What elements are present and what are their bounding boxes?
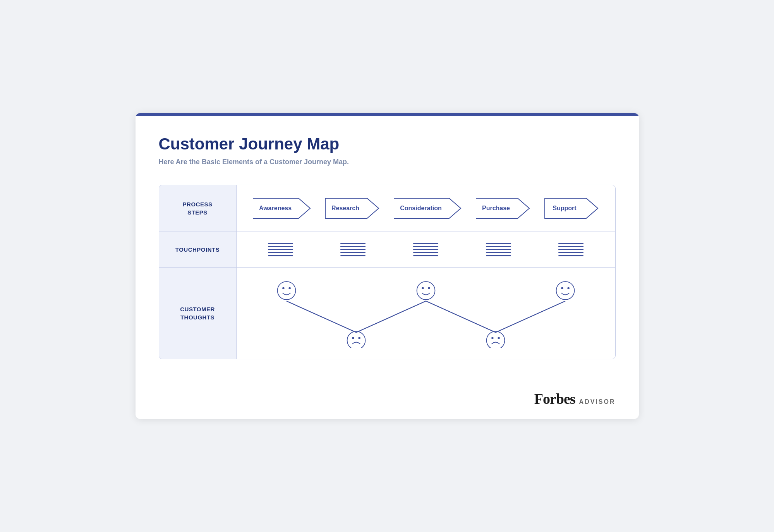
svg-point-11 xyxy=(282,287,284,289)
line xyxy=(413,246,438,247)
svg-point-19 xyxy=(486,331,505,348)
line xyxy=(413,255,438,256)
process-steps-label: PROCESSSTEPS xyxy=(159,185,237,232)
step-awareness: Awareness xyxy=(253,197,311,219)
line xyxy=(486,255,511,256)
page-subtitle: Here Are the Basic Elements of a Custome… xyxy=(159,158,616,166)
line xyxy=(340,255,366,256)
smiley-purchase xyxy=(486,331,505,348)
line xyxy=(268,246,293,247)
step-purchase: Purchase xyxy=(476,197,530,219)
step-research: Research xyxy=(325,197,379,219)
consideration-arrow-svg: Consideration xyxy=(394,197,462,219)
journey-table: PROCESSSTEPS Awareness Resea xyxy=(159,185,616,359)
thoughts-chart xyxy=(244,278,608,348)
top-bar xyxy=(136,113,639,116)
line xyxy=(558,243,584,244)
line xyxy=(268,252,293,253)
process-steps-label-text: PROCESSSTEPS xyxy=(183,200,213,216)
svg-point-15 xyxy=(358,337,360,339)
touchpoint-1 xyxy=(268,243,293,256)
line xyxy=(340,252,366,253)
forbes-brand: Forbes xyxy=(534,390,575,407)
svg-text:Support: Support xyxy=(553,205,577,211)
svg-point-10 xyxy=(277,281,295,300)
line xyxy=(340,243,366,244)
line xyxy=(413,249,438,250)
main-card: Customer Journey Map Here Are the Basic … xyxy=(136,113,639,419)
svg-text:Purchase: Purchase xyxy=(482,205,510,211)
touchpoints-label-text: TOUCHPOINTS xyxy=(175,245,220,254)
forbes-footer: Forbes ADVISOR xyxy=(136,383,639,419)
support-arrow-svg: Support xyxy=(544,197,599,219)
line xyxy=(486,249,511,250)
line xyxy=(558,252,584,253)
step-support: Support xyxy=(544,197,599,219)
touchpoints-content xyxy=(237,232,615,267)
svg-point-20 xyxy=(491,337,493,339)
svg-text:Awareness: Awareness xyxy=(259,205,292,211)
line xyxy=(486,243,511,244)
svg-point-13 xyxy=(347,331,365,348)
line xyxy=(268,249,293,250)
line xyxy=(268,255,293,256)
svg-point-12 xyxy=(288,287,290,289)
svg-point-14 xyxy=(352,337,354,339)
forbes-advisor: ADVISOR xyxy=(579,398,616,405)
line xyxy=(558,246,584,247)
customer-thoughts-content xyxy=(237,268,615,359)
customer-thoughts-row: CUSTOMERTHOUGHTS xyxy=(159,268,615,359)
research-arrow-svg: Research xyxy=(325,197,379,219)
line xyxy=(340,249,366,250)
card-content: Customer Journey Map Here Are the Basic … xyxy=(136,116,639,383)
touchpoint-5 xyxy=(558,243,584,256)
smiley-research xyxy=(347,331,365,348)
svg-point-18 xyxy=(428,287,430,289)
customer-thoughts-label-text: CUSTOMERTHOUGHTS xyxy=(180,305,215,321)
svg-point-24 xyxy=(567,287,569,289)
smiley-support xyxy=(556,281,574,300)
awareness-arrow-svg: Awareness xyxy=(253,197,311,219)
line xyxy=(340,246,366,247)
line xyxy=(558,249,584,250)
svg-text:Consideration: Consideration xyxy=(400,205,442,211)
svg-point-17 xyxy=(422,287,424,289)
line xyxy=(413,243,438,244)
line xyxy=(268,243,293,244)
svg-point-21 xyxy=(498,337,499,339)
process-steps-content: Awareness Research Con xyxy=(237,185,615,232)
touchpoints-label: TOUCHPOINTS xyxy=(159,232,237,267)
process-steps-row: PROCESSSTEPS Awareness Resea xyxy=(159,185,615,232)
purchase-arrow-svg: Purchase xyxy=(476,197,530,219)
touchpoint-3 xyxy=(413,243,438,256)
svg-point-16 xyxy=(417,281,435,300)
page-title: Customer Journey Map xyxy=(159,135,616,153)
line xyxy=(413,252,438,253)
customer-thoughts-label: CUSTOMERTHOUGHTS xyxy=(159,268,237,359)
step-consideration: Consideration xyxy=(394,197,462,219)
touchpoint-2 xyxy=(340,243,366,256)
line xyxy=(486,246,511,247)
line xyxy=(486,252,511,253)
svg-text:Research: Research xyxy=(331,205,359,211)
svg-point-22 xyxy=(556,281,574,300)
svg-point-23 xyxy=(561,287,563,289)
touchpoints-row: TOUCHPOINTS xyxy=(159,232,615,268)
touchpoint-4 xyxy=(486,243,511,256)
line xyxy=(558,255,584,256)
smiley-awareness xyxy=(277,281,295,300)
smiley-consideration xyxy=(417,281,435,300)
sentiment-line xyxy=(287,301,565,333)
